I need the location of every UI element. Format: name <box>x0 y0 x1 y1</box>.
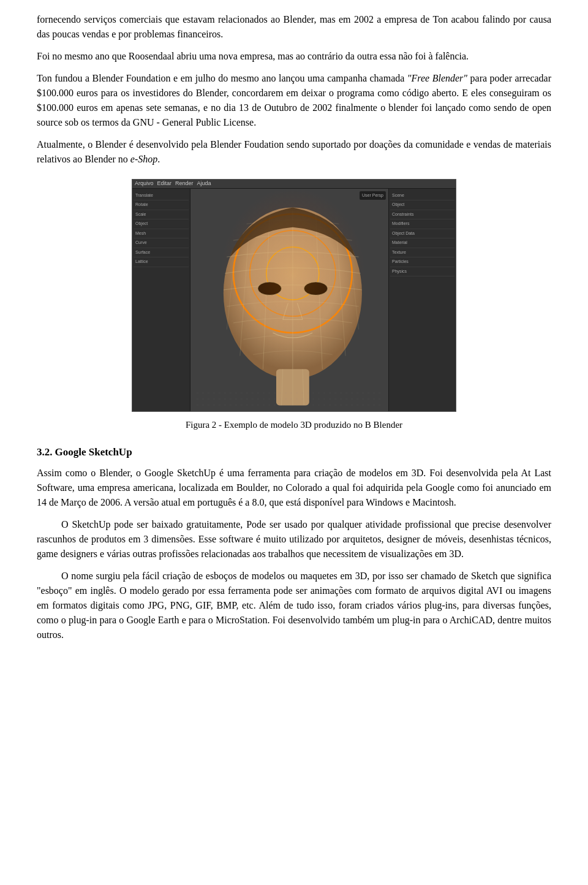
blender-3d-viewport: User Persp <box>190 189 388 412</box>
blender-menu-ajuda: Ajuda <box>197 180 211 188</box>
blender-panel-surface: Surface <box>134 248 189 258</box>
section-number: 3.2. <box>37 446 53 458</box>
paragraph-2: Foi no mesmo ano que Roosendaal abriu um… <box>37 49 551 64</box>
blender-panel-object: Object <box>134 219 189 229</box>
sketchup-paragraph-2: O SketchUp pode ser baixado gratuitament… <box>37 517 551 561</box>
blender-menu-editar: Editar <box>157 180 172 188</box>
grid-floor <box>197 390 382 408</box>
p3-text-1: Ton fundou a Blender Foundation e em jul… <box>37 73 407 83</box>
section-title-text: Google SketchUp <box>55 446 132 458</box>
paragraph-3: Ton fundou a Blender Foundation e em jul… <box>37 71 551 130</box>
blender-panel-lattice: Lattice <box>134 257 189 267</box>
blender-panel-r-object: Object <box>390 200 454 210</box>
blender-left-panel: Translate Rotate Scale Object Mesh Curve… <box>132 189 190 412</box>
blender-menu-render: Render <box>175 180 194 188</box>
blender-topbar: Arquivo Editar Render Ajuda <box>132 180 456 189</box>
blender-right-panel: Scene Object Constraints Modifiers Objec… <box>388 189 456 412</box>
blender-3d-head-svg <box>190 189 388 412</box>
blender-main-area: Translate Rotate Scale Object Mesh Curve… <box>132 189 456 412</box>
p4-text: Atualmente, o Blender é desenvolvido pel… <box>37 139 551 164</box>
blender-panel-material: Material <box>390 238 454 248</box>
blender-panel-modifiers: Modifiers <box>390 219 454 229</box>
p4-end: . <box>157 154 160 164</box>
blender-panel-curve: Curve <box>134 238 189 248</box>
figure-2-container: Arquivo Editar Render Ajuda Translate Ro… <box>132 179 456 432</box>
blender-panel-scene: Scene <box>390 191 454 201</box>
figure-2-caption: Figura 2 - Exemplo de modelo 3D produzid… <box>186 418 402 432</box>
blender-panel-translate: Translate <box>134 191 189 201</box>
section-heading-line: 3.2. Google SketchUp <box>37 444 551 460</box>
blender-panel-scale: Scale <box>134 210 189 220</box>
blender-panel-physics: Physics <box>390 267 454 277</box>
paragraph-4: Atualmente, o Blender é desenvolvido pel… <box>37 137 551 167</box>
blender-panel-particles: Particles <box>390 257 454 267</box>
blender-panel-constraints: Constraints <box>390 210 454 220</box>
blender-panel-rotate: Rotate <box>134 200 189 210</box>
blender-panel-object-data: Object Data <box>390 229 454 239</box>
sketchup-paragraph-3: O nome surgiu pela fácil criação de esbo… <box>37 569 551 642</box>
blender-panel-mesh: Mesh <box>134 229 189 239</box>
p3-italic: "Free Blender" <box>407 73 467 83</box>
blender-screenshot: Arquivo Editar Render Ajuda Translate Ro… <box>132 179 456 412</box>
viewport-info: User Persp <box>360 191 386 200</box>
sketchup-paragraph-1: Assim como o Blender, o Google SketchUp … <box>37 466 551 510</box>
paragraph-1: fornecendo serviços comerciais que estav… <box>37 12 551 42</box>
svg-point-13 <box>220 189 365 359</box>
blender-panel-texture: Texture <box>390 248 454 258</box>
blender-menu-arquivo: Arquivo <box>135 180 154 188</box>
p4-eshop: e-Shop <box>130 154 157 164</box>
blender-ui-mockup: Arquivo Editar Render Ajuda Translate Ro… <box>132 180 456 411</box>
